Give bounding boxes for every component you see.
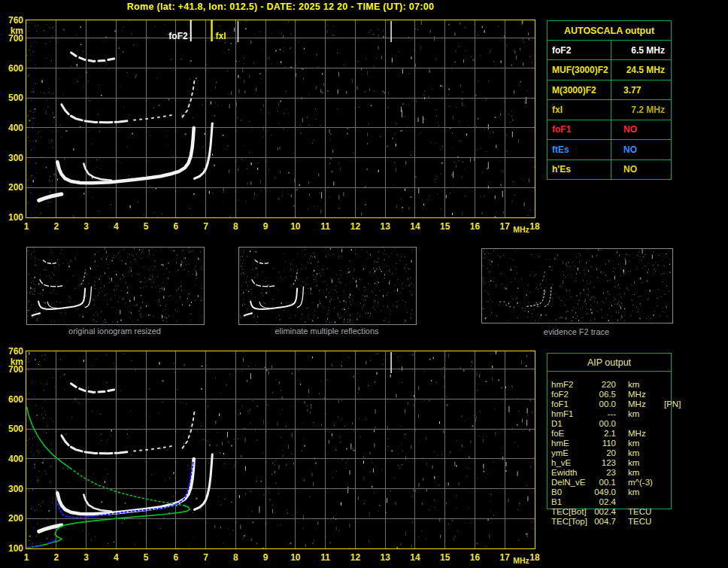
top-y-axis-tick: 760 xyxy=(0,15,23,26)
aip-row-d1: D100.0 xyxy=(551,418,724,428)
aip-u: TECU xyxy=(628,507,660,516)
parameter-label: M(3000)F2 xyxy=(548,80,611,99)
bottom-y-axis-tick: 760 xyxy=(0,346,23,357)
aip-l: ymE xyxy=(551,448,593,457)
bottom-ionogram-plot xyxy=(26,351,535,549)
aip-l: D1 xyxy=(551,419,593,428)
aip-u: km xyxy=(628,448,660,457)
aip-table: hmF2220kmfoF206.5MHzfoF100.0MHz[PN]hmF1-… xyxy=(551,379,724,526)
aip-v: 20 xyxy=(593,448,616,457)
parameter-value: 24.5 MHz xyxy=(611,60,671,79)
plot-frame xyxy=(26,351,535,549)
autoscala-row-fxi: fxI7.2 MHz xyxy=(548,99,671,119)
parameter-label: MUF(3000)F2 xyxy=(548,60,611,79)
aip-row-fof2: foF206.5MHz xyxy=(551,389,724,399)
autoscala-table-rows: foF26.5 MHzMUF(3000)F224.5 MHzM(3000)F23… xyxy=(548,40,671,179)
noise-layer xyxy=(482,249,671,321)
aip-v: 00.1 xyxy=(593,478,616,487)
aip-row-yme: ymE20km xyxy=(551,448,724,457)
aip-x: [PN] xyxy=(664,399,681,409)
top-ionogram-plot: foF2fxI xyxy=(26,20,535,218)
top-x-axis-tick: 1 xyxy=(18,221,35,232)
noise-layer xyxy=(27,248,202,323)
bottom-x-axis-tick: 16 xyxy=(466,552,483,563)
autoscala-row-h-es: h'EsNO xyxy=(548,159,671,179)
aip-v: 123 xyxy=(593,458,616,467)
top-y-axis-tick: 400 xyxy=(0,123,23,133)
aip-row-foe: foE2.1MHz xyxy=(551,428,724,438)
aip-u: km xyxy=(628,468,660,477)
aip-l: TEC[Bot] xyxy=(551,507,593,516)
aip-table-header: AIP output xyxy=(548,354,671,372)
noise-layer xyxy=(240,248,414,323)
aip-row-b1: B102.4 xyxy=(551,497,724,506)
autoscala-row-ftes: ftEsNO xyxy=(548,139,671,159)
bottom-y-axis-tick: 200 xyxy=(0,513,23,524)
top-y-axis-tick: 200 xyxy=(0,182,23,193)
bottom-x-axis-tick: 5 xyxy=(138,552,154,563)
thumbnail-caption-eliminate: eliminate multiple reflections xyxy=(238,327,415,336)
aip-u: km xyxy=(628,409,660,418)
bottom-x-axis-tick: 3 xyxy=(78,552,95,563)
parameter-value: 7.2 MHz xyxy=(611,100,671,119)
bottom-mhz-unit-label: MHz xyxy=(513,556,529,565)
top-km-unit-label: km xyxy=(0,26,23,36)
noise-layer xyxy=(26,20,535,218)
svg-text:fxI: fxI xyxy=(216,31,226,41)
bottom-x-axis-tick: 15 xyxy=(437,552,453,563)
aip-row-hmf1: hmF1---km xyxy=(551,409,724,418)
aip-l: hmE xyxy=(551,439,593,448)
trace-layer xyxy=(39,384,213,532)
aip-l: hmF1 xyxy=(551,409,593,418)
aip-row-ewidth: Ewidth23km xyxy=(551,467,724,477)
thumbnail-original-image xyxy=(27,248,202,323)
aip-row-tec-top-: TEC[Top]004.7TECU xyxy=(551,516,724,526)
top-x-axis-tick: 14 xyxy=(407,221,423,232)
parameter-value: 3.77 xyxy=(611,80,671,99)
bottom-x-axis-tick: 10 xyxy=(287,552,304,563)
aip-row-b0: B0049.0km xyxy=(551,487,724,497)
top-y-axis-tick: 500 xyxy=(0,93,23,103)
aip-v: 004.7 xyxy=(593,517,616,526)
thumbnail-caption-evidence: evidence F2 trace xyxy=(481,327,672,336)
aip-v: 110 xyxy=(593,439,616,448)
top-x-axis-tick: 2 xyxy=(48,221,65,232)
aip-u: km xyxy=(628,380,660,389)
bottom-x-axis-tick: 9 xyxy=(257,552,274,563)
bottom-x-axis-tick: 17 xyxy=(496,552,513,563)
top-x-axis-tick: 5 xyxy=(138,221,154,232)
top-x-axis-tick: 7 xyxy=(198,221,214,232)
grid-layer xyxy=(26,351,535,548)
trace-layer xyxy=(32,260,92,316)
parameter-label: fxI xyxy=(548,100,611,119)
top-x-axis-tick: 15 xyxy=(437,221,453,232)
autoscala-row-muf-3000-f2: MUF(3000)F224.5 MHz xyxy=(548,59,671,79)
fof2-marker: foF2 xyxy=(168,20,190,41)
thumbnail-evidence-image xyxy=(482,249,671,321)
autoscala-table-header: AUTOSCALA output xyxy=(548,21,671,40)
aip-v: 2.1 xyxy=(593,429,616,438)
aip-u: m^(-3) xyxy=(628,478,660,487)
aip-u: km xyxy=(628,439,660,448)
aip-l: Ewidth xyxy=(551,468,593,477)
thumbnail-eliminate-reflections xyxy=(238,247,417,325)
aip-l: B1 xyxy=(551,497,593,506)
f2-evidence-layer xyxy=(504,271,551,308)
aip-u: MHz xyxy=(628,390,660,399)
aip-u: km xyxy=(628,458,660,467)
thumbnail-caption-original: original ionogram resized xyxy=(26,327,203,336)
bottom-km-unit-label: km xyxy=(0,357,23,367)
thumbnail-original-ionogram xyxy=(26,247,205,325)
aip-row-deln-ve: DelN_vE00.1m^(-3) xyxy=(551,477,724,487)
top-y-axis-tick: 300 xyxy=(0,153,23,163)
top-x-axis-tick: 12 xyxy=(347,221,363,232)
aip-v: 220 xyxy=(593,380,616,389)
aip-v: 06.5 xyxy=(593,390,616,399)
aip-l: DelN_vE xyxy=(551,478,593,487)
top-x-axis-tick: 11 xyxy=(317,221,334,232)
bottom-x-axis-tick: 11 xyxy=(317,552,334,563)
aip-l: foE xyxy=(551,429,593,438)
aip-l: TEC[Top] xyxy=(551,517,593,526)
bottom-x-axis-tick: 7 xyxy=(198,552,214,563)
top-x-axis-tick: 4 xyxy=(108,221,124,232)
